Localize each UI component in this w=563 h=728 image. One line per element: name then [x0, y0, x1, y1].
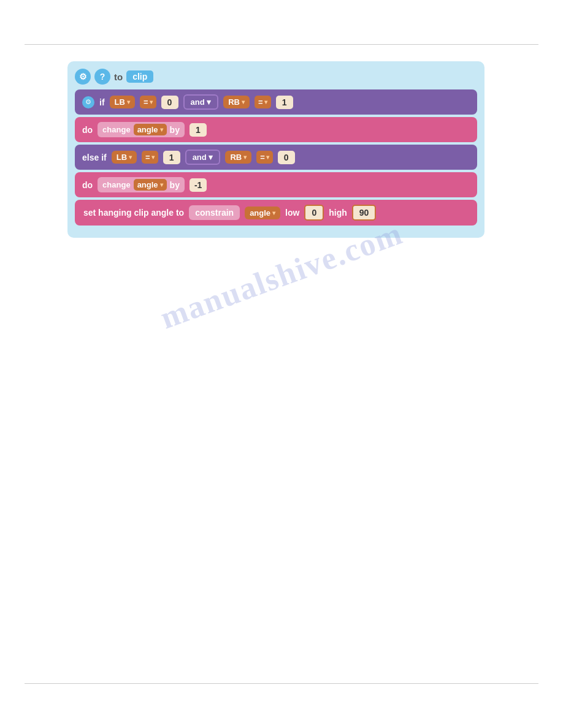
val-field-1[interactable]: 0 [161, 96, 178, 109]
header-row: ⚙ ? to clip [75, 69, 477, 85]
angle-var-button[interactable]: angle ▾ [245, 207, 280, 219]
lb-button-2[interactable]: LB ▾ [112, 151, 137, 164]
and-button-1[interactable]: and ▾ [183, 94, 219, 110]
block-area: ⚙ ? to clip ⚙ if LB ▾ =▾ 0 and ▾ RB ▾ =▾ [67, 61, 497, 238]
set-block: set hanging clip angle to constrain angl… [75, 200, 477, 226]
high-label: high [329, 208, 347, 218]
val-field-3[interactable]: 1 [163, 151, 180, 164]
eq-button-3[interactable]: =▾ [142, 151, 158, 164]
if-label: if [99, 97, 105, 107]
lb-button-1[interactable]: LB ▾ [110, 96, 135, 108]
change-button-2[interactable]: change angle ▾ by [98, 177, 185, 192]
do1-val-field[interactable]: 1 [190, 123, 207, 137]
question-icon[interactable]: ? [94, 69, 110, 85]
do1-block: do change angle ▾ by 1 [75, 117, 477, 142]
high-val-field[interactable]: 90 [352, 205, 377, 221]
clip-badge[interactable]: clip [126, 70, 153, 83]
if-block: ⚙ if LB ▾ =▾ 0 and ▾ RB ▾ =▾ 1 [75, 89, 477, 115]
bottom-divider [25, 683, 538, 684]
angle-dropdown-2[interactable]: angle ▾ [134, 179, 167, 191]
outer-container: ⚙ ? to clip ⚙ if LB ▾ =▾ 0 and ▾ RB ▾ =▾ [67, 61, 484, 238]
rb-button-2[interactable]: RB ▾ [225, 151, 251, 164]
set-label: set hanging clip angle to [83, 208, 184, 218]
do2-label: do [82, 180, 93, 190]
to-label: to [114, 72, 123, 82]
else-if-label: else if [82, 153, 107, 162]
top-divider [25, 44, 538, 45]
do1-label: do [82, 125, 93, 135]
gear-icon[interactable]: ⚙ [75, 69, 91, 85]
low-label: low [285, 208, 299, 218]
low-val-field[interactable]: 0 [304, 205, 324, 221]
rb-button-1[interactable]: RB ▾ [223, 96, 250, 108]
change-button-1[interactable]: change angle ▾ by [98, 122, 185, 137]
do2-block: do change angle ▾ by -1 [75, 172, 477, 197]
val-field-4[interactable]: 0 [278, 151, 295, 164]
constrain-button[interactable]: constrain [189, 205, 240, 220]
and-button-2[interactable]: and ▾ [185, 150, 221, 165]
eq-button-2[interactable]: =▾ [255, 96, 271, 108]
eq-button-1[interactable]: =▾ [140, 96, 156, 108]
if-gear-icon[interactable]: ⚙ [82, 96, 94, 108]
do2-val-field[interactable]: -1 [190, 178, 207, 192]
angle-dropdown-1[interactable]: angle ▾ [134, 124, 167, 135]
val-field-2[interactable]: 1 [276, 96, 293, 109]
eq-button-4[interactable]: =▾ [256, 151, 273, 164]
else-if-block: else if LB ▾ =▾ 1 and ▾ RB ▾ =▾ 0 [75, 145, 477, 170]
